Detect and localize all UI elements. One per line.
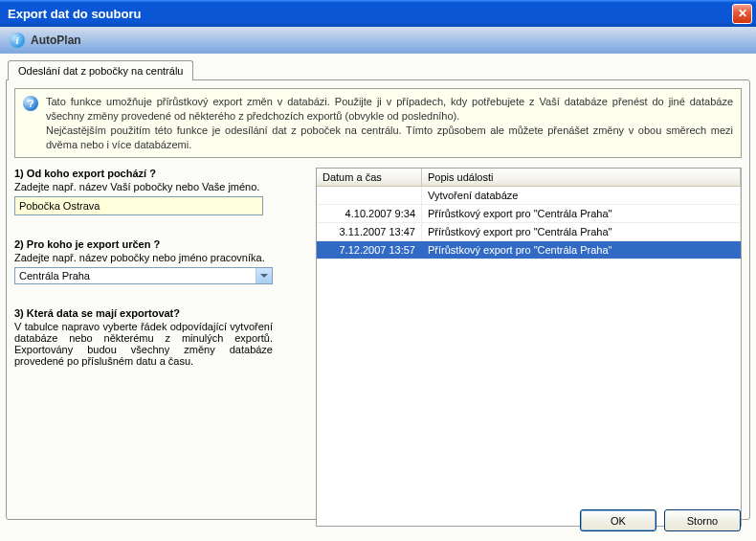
close-icon: ✕ xyxy=(738,7,747,20)
info-icon xyxy=(10,33,25,48)
section-from: 1) Od koho export pochází ? Zadejte např… xyxy=(14,168,306,215)
help-panel: Tato funkce umožňuje přírůstkový export … xyxy=(14,88,742,158)
table-row[interactable]: Vytvoření databáze xyxy=(317,187,741,205)
tab-send-data[interactable]: Odeslání dat z pobočky na centrálu xyxy=(8,60,193,80)
cell-desc: Přírůstkový export pro "Centrála Praha" xyxy=(422,205,741,222)
section3-desc: V tabulce napravo vyberte řádek odpovída… xyxy=(14,321,273,367)
chevron-down-icon xyxy=(260,274,268,278)
app-subbar: AutoPlan xyxy=(0,27,756,54)
tab-panel: Tato funkce umožňuje přírůstkový export … xyxy=(6,79,750,520)
section1-title: 1) Od koho export pochází ? xyxy=(14,168,306,179)
cell-date: 7.12.2007 13:57 xyxy=(317,241,422,259)
ok-button[interactable]: OK xyxy=(580,509,656,531)
section2-title: 2) Pro koho je export určen ? xyxy=(14,238,306,250)
cell-date: 4.10.2007 9:34 xyxy=(317,205,422,222)
section-to: 2) Pro koho je export určen ? Zadejte na… xyxy=(14,238,306,284)
section3-title: 3) Která data se mají exportovat? xyxy=(14,307,306,319)
table-row[interactable]: 7.12.2007 13:57Přírůstkový export pro "C… xyxy=(317,241,741,259)
close-button[interactable]: ✕ xyxy=(732,4,752,24)
window-title: Export dat do souboru xyxy=(8,7,732,21)
app-name: AutoPlan xyxy=(31,34,81,47)
col-header-desc[interactable]: Popis události xyxy=(422,169,741,186)
tab-label: Odeslání dat z pobočky na centrálu xyxy=(18,65,183,77)
table-header: Datum a čas Popis události xyxy=(317,169,741,187)
cell-desc: Přírůstkový export pro "Centrála Praha" xyxy=(422,223,741,240)
cancel-button[interactable]: Storno xyxy=(664,509,741,531)
title-bar: Export dat do souboru ✕ xyxy=(0,0,756,27)
table-row[interactable]: 4.10.2007 9:34Přírůstkový export pro "Ce… xyxy=(317,205,741,223)
section1-desc: Zadejte např. název Vaší pobočky nebo Va… xyxy=(14,181,306,192)
col-header-date[interactable]: Datum a čas xyxy=(317,169,422,186)
table-body: Vytvoření databáze4.10.2007 9:34Přírůstk… xyxy=(317,187,741,526)
to-combobox[interactable]: Centrála Praha xyxy=(14,267,273,284)
help-icon xyxy=(23,96,38,111)
cell-desc: Vytvoření databáze xyxy=(422,187,741,204)
section2-desc: Zadejte např. název pobočky nebo jméno p… xyxy=(14,252,306,263)
combo-selected: Centrála Praha xyxy=(15,268,256,283)
combo-dropdown-button[interactable] xyxy=(256,268,272,283)
export-events-table: Datum a čas Popis události Vytvoření dat… xyxy=(316,168,742,527)
table-row[interactable]: 3.11.2007 13:47Přírůstkový export pro "C… xyxy=(317,223,741,241)
from-input[interactable] xyxy=(14,196,263,215)
help-text: Tato funkce umožňuje přírůstkový export … xyxy=(46,95,733,151)
cell-desc: Přírůstkový export pro "Centrála Praha" xyxy=(422,241,741,259)
cell-date: 3.11.2007 13:47 xyxy=(317,223,422,240)
cell-date xyxy=(317,187,422,204)
section-which: 3) Která data se mají exportovat? V tabu… xyxy=(14,307,306,367)
